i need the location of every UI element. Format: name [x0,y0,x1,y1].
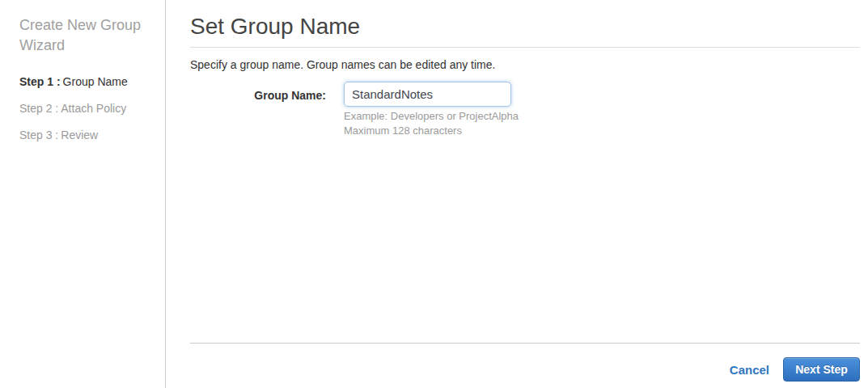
page-description: Specify a group name. Group names can be… [190,58,860,71]
wizard-step-group-name[interactable]: Step 1 :Group Name [19,75,149,89]
footer-actions: Cancel Next Step [730,357,860,382]
title-divider [190,47,860,48]
wizard-step-attach-policy[interactable]: Step 2 :Attach Policy [19,102,149,116]
step-number: Step 2 : [19,102,58,115]
group-name-form-row: Group Name: Example: Developers or Proje… [190,82,860,138]
group-name-max-hint: Maximum 128 characters [344,124,519,138]
wizard-step-review[interactable]: Step 3 :Review [19,129,149,142]
step-number: Step 3 : [19,129,58,141]
wizard-sidebar: Create New Group Wizard Step 1 :Group Na… [0,0,166,388]
step-label: Attach Policy [61,102,126,115]
wizard-title: Create New Group Wizard [19,15,149,56]
step-label: Review [61,129,98,141]
footer-divider [190,343,860,344]
group-name-label: Group Name: [190,82,326,102]
step-number: Step 1 : [19,75,61,88]
group-name-input[interactable] [344,82,511,107]
page-title: Set Group Name [190,14,860,40]
cancel-link[interactable]: Cancel [730,363,769,377]
group-name-field-column: Example: Developers or ProjectAlpha Maxi… [344,82,519,138]
group-name-example-hint: Example: Developers or ProjectAlpha [344,109,519,124]
step-label: Group Name [63,75,128,88]
wizard-main-panel: Set Group Name Specify a group name. Gro… [190,0,860,388]
next-step-button[interactable]: Next Step [783,357,860,382]
